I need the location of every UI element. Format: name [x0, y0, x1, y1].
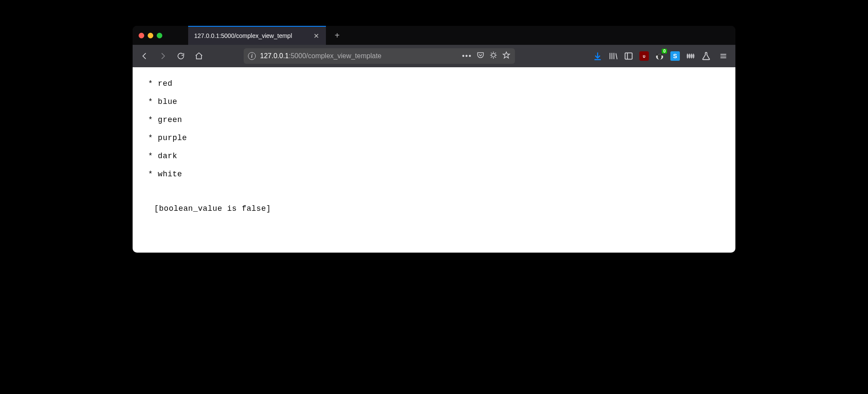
list-item: * white [148, 170, 720, 178]
url-text: 127.0.0.1:5000/complex_view_template [260, 52, 381, 60]
svg-rect-1 [625, 53, 632, 59]
url-host: 127.0.0.1 [260, 52, 289, 59]
svg-point-4 [656, 53, 659, 56]
window-minimize-button[interactable] [148, 33, 153, 38]
flask-icon [701, 51, 711, 61]
url-bar[interactable]: i 127.0.0.1:5000/complex_view_template •… [244, 48, 515, 64]
home-icon [195, 52, 203, 60]
browser-tab[interactable]: 127.0.0.1:5000/complex_view_templ ✕ [188, 26, 326, 45]
downloads-button[interactable] [592, 50, 604, 62]
page-viewport: * red* blue* green* purple* dark* white … [133, 67, 735, 253]
list-item: * dark [148, 152, 720, 160]
bug-icon[interactable] [489, 51, 498, 61]
sidebar-icon [624, 51, 633, 61]
reload-button[interactable] [173, 48, 189, 64]
svg-point-0 [492, 53, 495, 57]
boolean-status-line: [boolean_value is false] [154, 204, 720, 213]
arrow-left-icon [140, 52, 149, 60]
url-path: /complex_view_template [306, 52, 381, 59]
fence-extension[interactable] [685, 50, 697, 62]
home-button[interactable] [191, 48, 207, 64]
menu-button[interactable] [716, 48, 731, 64]
s-extension[interactable]: S [669, 50, 681, 62]
tab-title: 127.0.0.1:5000/complex_view_templ [194, 32, 308, 39]
browser-window: 127.0.0.1:5000/complex_view_templ ✕ + i … [133, 26, 735, 253]
reload-icon [177, 52, 185, 60]
sidebar-button[interactable] [623, 50, 635, 62]
url-port: :5000 [289, 52, 306, 59]
ublock-icon: υ [639, 51, 649, 61]
ublock-extension[interactable]: υ [638, 50, 650, 62]
site-info-icon[interactable]: i [248, 52, 256, 60]
fence-icon [686, 51, 695, 61]
list-item: * red [148, 79, 720, 88]
privacy-badger-extension[interactable]: 0 [654, 50, 666, 62]
window-close-button[interactable] [139, 33, 144, 38]
arrow-right-icon [158, 52, 167, 60]
back-button[interactable] [137, 48, 152, 64]
list-item: * purple [148, 134, 720, 142]
traffic-lights [139, 33, 162, 38]
pocket-icon[interactable] [476, 51, 485, 61]
page-actions-icon[interactable]: ••• [462, 52, 472, 60]
extension-badge: 0 [662, 49, 667, 53]
svg-point-5 [661, 53, 663, 56]
hamburger-icon [719, 52, 728, 60]
forward-button[interactable] [155, 48, 170, 64]
library-icon [608, 51, 618, 61]
s-icon: S [670, 51, 680, 61]
list-item: * green [148, 116, 720, 124]
download-icon [593, 51, 602, 61]
bookmark-star-icon[interactable] [502, 51, 511, 61]
window-maximize-button[interactable] [157, 33, 162, 38]
flask-extension[interactable] [700, 50, 712, 62]
color-list: * red* blue* green* purple* dark* white [148, 79, 720, 178]
titlebar: 127.0.0.1:5000/complex_view_templ ✕ + [133, 26, 735, 45]
list-item: * blue [148, 97, 720, 106]
toolbar-right: υ 0 S [592, 48, 731, 64]
tab-close-icon[interactable]: ✕ [312, 32, 320, 40]
library-button[interactable] [607, 50, 619, 62]
new-tab-button[interactable]: + [329, 28, 345, 43]
toolbar: i 127.0.0.1:5000/complex_view_template •… [133, 45, 735, 67]
